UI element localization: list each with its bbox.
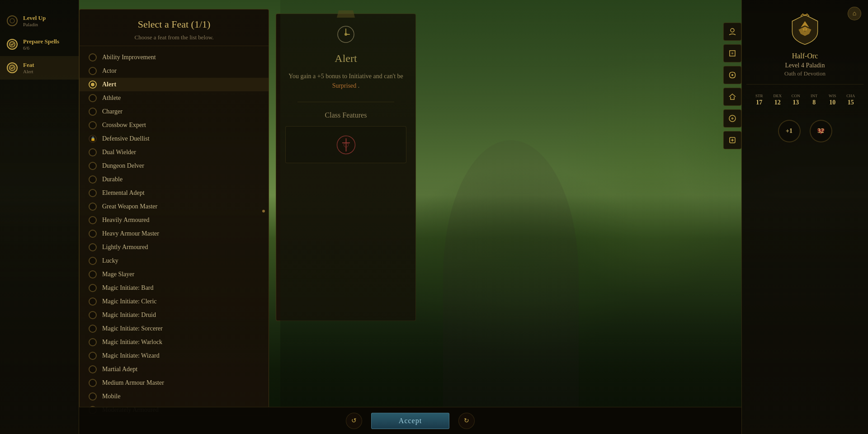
stat-con: CON 13 (788, 94, 804, 106)
feat-list-item[interactable]: Mobile (80, 390, 269, 403)
feat-name: Magic Initiate: Druid (102, 311, 156, 319)
feat-radio (89, 243, 97, 251)
feat-radio (89, 189, 97, 197)
feat-list-item[interactable]: Magic Initiate: Warlock (80, 335, 269, 349)
feat-list-item[interactable]: Lightly Armoured (80, 241, 269, 254)
stat-cha-value: 15 (848, 99, 854, 106)
svg-point-11 (803, 26, 807, 30)
feat-list-item[interactable]: Heavily Armoured (80, 213, 269, 227)
svg-point-8 (731, 74, 733, 76)
stat-str: STR 17 (751, 94, 768, 106)
feat-radio (89, 108, 97, 116)
character-icon-button-5[interactable] (723, 109, 741, 127)
character-icon-button-6[interactable] (723, 131, 741, 149)
feat-list-item[interactable]: Magic Initiate: Cleric (80, 295, 269, 308)
stat-wis-value: 10 (829, 99, 835, 106)
character-panel: ⌂ Half-Orc Level 4 Paladin Oath of Devot… (741, 0, 868, 434)
feat-list-item[interactable]: Lucky (80, 254, 269, 268)
feat-list-item[interactable]: Magic Initiate: Sorcerer (80, 322, 269, 335)
feat-radio (89, 135, 97, 143)
feat-list-item[interactable]: Magic Initiate: Bard (80, 281, 269, 295)
feat-list-item[interactable]: Mage Slayer (80, 268, 269, 281)
stat-cha-label: CHA (846, 94, 855, 98)
svg-point-0 (10, 19, 14, 23)
feat-radio (89, 338, 97, 346)
feat-list-item[interactable]: Alert (80, 78, 269, 91)
feat-list-item[interactable]: Actor (80, 64, 269, 78)
feat-list-item[interactable]: Charger (80, 105, 269, 118)
feat-list-item[interactable]: Defensive Duellist (80, 132, 269, 146)
feat-name: Magic Initiate: Wizard (102, 352, 160, 359)
redo-button[interactable]: ↻ (458, 413, 475, 429)
stat-con-label: CON (792, 94, 800, 98)
feat-list-item[interactable]: Durable (80, 173, 269, 186)
left-sidebar: Level Up Paladin Prepare Spells 6/6 Feat… (0, 0, 79, 434)
stat-str-label: STR (755, 94, 763, 98)
stat-hp-value: 32 (818, 127, 824, 135)
stat-dex-label: DEX (774, 94, 782, 98)
feat-radio (89, 162, 97, 170)
character-icon-button-3[interactable] (723, 66, 741, 84)
feat-name: Mage Slayer (102, 271, 134, 278)
feat-name: Defensive Duellist (102, 135, 150, 142)
feat-radio (89, 297, 97, 306)
sidebar-text-prepare-spells: Prepare Spells 6/6 (23, 38, 59, 51)
feat-list-item[interactable]: Dungeon Delver (80, 159, 269, 173)
feat-name: Ability Improvement (102, 54, 156, 61)
feat-list-item[interactable]: Dual Wielder (80, 146, 269, 159)
sidebar-item-feat[interactable]: Feat Alert (0, 56, 79, 80)
feat-list-item[interactable]: Athlete (80, 91, 269, 105)
stat-int: INT 8 (806, 94, 823, 106)
stat-wis: WIS 10 (824, 94, 841, 106)
character-icon-button-4[interactable] (723, 88, 741, 106)
feat-name: Magic Initiate: Warlock (102, 339, 162, 346)
feat-name: Magic Initiate: Sorcerer (102, 325, 163, 332)
character-secondary-stats: +1 32 (746, 115, 863, 147)
character-model-area (280, 0, 741, 434)
sidebar-check-feat (7, 62, 18, 73)
feat-list-item[interactable]: Elemental Adept (80, 186, 269, 200)
character-icon-button-1[interactable] (723, 23, 741, 41)
feat-name: Medium Armour Master (102, 379, 164, 387)
home-button[interactable]: ⌂ (848, 7, 861, 20)
sidebar-label-level-up: Level Up (23, 14, 46, 22)
feat-name: Heavy Armour Master (102, 230, 159, 237)
accept-button[interactable]: Accept (371, 413, 449, 429)
sidebar-sublabel-feat: Alert (23, 69, 34, 74)
stat-int-value: 8 (812, 99, 816, 106)
feat-name: Actor (102, 67, 117, 75)
feat-radio (89, 365, 97, 373)
character-emblem (787, 11, 823, 47)
stat-dex-value: 12 (774, 99, 781, 106)
sidebar-item-level-up[interactable]: Level Up Paladin (0, 9, 79, 33)
feat-list-item[interactable]: Crossbow Expert (80, 118, 269, 132)
feat-list[interactable]: Ability Improvement Actor Alert Athlete … (80, 46, 269, 415)
right-icon-buttons (723, 23, 741, 149)
feat-radio (89, 216, 97, 224)
feat-list-item[interactable]: Martial Adept (80, 363, 269, 376)
feat-list-item[interactable]: Heavy Armour Master (80, 227, 269, 241)
feat-radio (89, 270, 97, 278)
sidebar-text-feat: Feat Alert (23, 61, 34, 74)
feat-list-item[interactable]: Ability Improvement (80, 51, 269, 64)
feat-list-item[interactable]: Magic Initiate: Druid (80, 308, 269, 322)
feat-name: Charger (102, 108, 123, 115)
feat-name: Durable (102, 176, 123, 183)
stat-wis-label: WIS (829, 94, 836, 98)
feat-list-item[interactable]: Medium Armour Master (80, 376, 269, 390)
feat-radio (89, 257, 97, 265)
stat-ac-value: +1 (786, 127, 793, 135)
character-icon-button-2[interactable] (723, 44, 741, 62)
character-stats: STR 17 DEX 12 CON 13 INT 8 WIS 10 CHA 15 (746, 89, 863, 111)
feat-radio (89, 311, 97, 319)
feat-name: Heavily Armoured (102, 217, 150, 224)
stat-int-label: INT (811, 94, 817, 98)
sidebar-label-feat: Feat (23, 61, 34, 69)
feat-radio (89, 392, 97, 401)
sidebar-item-prepare-spells[interactable]: Prepare Spells 6/6 (0, 33, 79, 56)
feat-list-item[interactable]: Magic Initiate: Wizard (80, 349, 269, 363)
feat-name: Alert (102, 81, 116, 88)
undo-button[interactable]: ↺ (346, 413, 362, 429)
feat-list-item[interactable]: Great Weapon Master (80, 200, 269, 213)
feat-name: Crossbow Expert (102, 122, 146, 129)
